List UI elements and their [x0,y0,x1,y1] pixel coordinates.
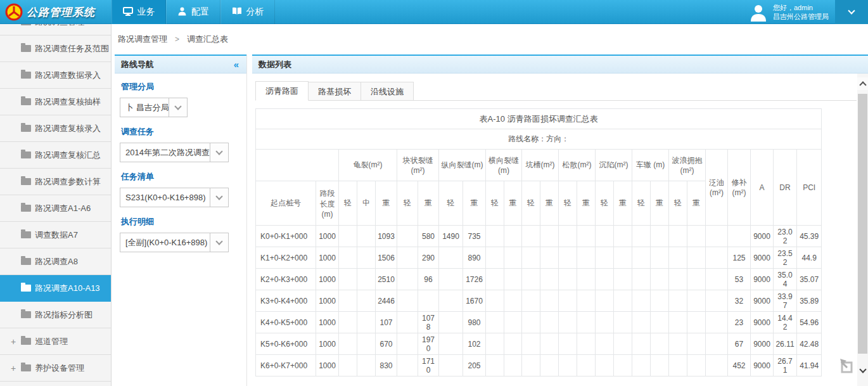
cell [614,247,632,269]
cell: 580 [418,226,439,247]
dropdown-value: S231(K0+0-K16+898) [125,193,205,202]
sidebar-item[interactable]: −路况调查管理 [0,24,111,35]
cell [439,247,463,269]
cell [486,290,504,312]
sidebar-item[interactable]: 路况调查A10-A13 [0,275,111,302]
cell: 107 [376,312,397,333]
cell [486,312,504,333]
sidebar-item[interactable]: +养护设备管理 [0,355,111,382]
chevron-down-icon[interactable] [169,98,187,117]
nav-dropdown[interactable]: [全副](K0+0-K16+898) [120,233,229,252]
sidebar-item-label: 路况调查任务及范围 [35,43,109,55]
sidebar-item[interactable]: 路况调查A8 [0,248,111,275]
top-tab-分析[interactable]: 分析 [220,0,275,24]
cell: 23.52 [774,247,797,269]
cell: 32 [728,290,751,312]
cell [486,333,504,355]
route-navigation-panel: 路线导航 « 管理分局卜 昌吉分局调查任务2014年第二次路况调查任务清单S23… [115,55,247,386]
popout-icon[interactable] [839,357,855,375]
folder-icon [21,258,31,265]
folder-icon [21,72,31,79]
plus-icon[interactable]: + [10,337,17,347]
tab-沿线设施[interactable]: 沿线设施 [361,82,414,101]
sidebar-item[interactable]: 路况调查复核录入 [0,115,111,142]
sub-col-header: 轻 [339,181,357,226]
cell [669,226,687,247]
col-header [256,150,339,181]
chevron-down-icon[interactable] [210,143,228,162]
cell [504,312,522,333]
sidebar-item[interactable]: 路况调查数据录入 [0,62,111,89]
cell [669,269,687,290]
chevron-down-icon[interactable] [210,188,228,207]
scroll-down-icon[interactable] [857,364,868,377]
sidebar-item[interactable]: +巡道管理 [0,328,111,355]
sidebar-item[interactable]: 路况调查A1-A6 [0,195,111,222]
cell [577,312,596,333]
user-info[interactable]: 您好，admin 昌吉州公路管理局 [749,0,829,24]
sidebar-item[interactable]: 路况调查复核抽样 [0,89,111,115]
sidebar-item[interactable]: 路况调查任务及范围 [0,35,111,62]
sidebar-item[interactable]: 路况调查复核汇总 [0,142,111,169]
cell [418,290,439,312]
group-header: 块状裂缝(m²) [397,150,439,181]
nav-dropdown[interactable]: 卜 昌吉分局 [120,98,188,117]
cell: 9000 [751,269,774,290]
topbar-dropdown-button[interactable] [835,0,868,24]
app-logo: 公路管理系统 [0,0,112,24]
nav-dropdown[interactable]: 2014年第二次路况调查 [120,143,229,162]
cell [559,355,577,376]
sidebar-item-label: 路况调查复核汇总 [35,150,101,161]
nav-dropdown[interactable]: S231(K0+0-K16+898) [120,188,229,207]
breadcrumb: 路况调查管理 > 调查汇总表 [112,24,868,55]
scrollbar-thumb[interactable] [858,94,867,354]
collapse-left-icon[interactable]: « [234,56,239,73]
chevron-down-icon[interactable] [210,233,228,252]
sidebar-item[interactable]: 路况指标分析图 [0,302,111,328]
breadcrumb-item[interactable]: 路况调查管理 [118,34,167,45]
cell: 67 [728,333,751,355]
user-greeting: 您好，admin [773,3,829,12]
cell [687,312,706,333]
cell [522,312,540,333]
top-tab-业务[interactable]: 业务 [112,0,166,24]
tab-路基损坏[interactable]: 路基损坏 [308,82,361,101]
cell [614,269,632,290]
folder-icon [21,151,31,158]
tab-沥青路面[interactable]: 沥青路面 [255,81,309,101]
sub-col-header: 轻 [632,181,651,226]
cell [504,247,522,269]
top-tab-配置[interactable]: 配置 [166,0,220,24]
sidebar-item[interactable]: 路况调查参数计算 [0,169,111,195]
top-nav-tabs: 业务配置分析 [112,0,275,24]
cell [577,290,596,312]
cell [540,226,559,247]
cell: K6+0-K7+000 [256,355,316,376]
sub-col-header: 重 [687,181,706,226]
group-header: 坑槽(m²) [522,150,559,181]
cell [669,290,687,312]
sidebar-menu: −路况调查管理路况调查任务及范围路况调查数据录入路况调查复核抽样路况调查复核录入… [0,24,111,382]
minus-icon[interactable]: − [10,24,17,27]
scroll-up-icon[interactable] [857,77,868,90]
cell [577,269,596,290]
cell [596,269,614,290]
cell: 26.11 [774,333,797,355]
vertical-scrollbar[interactable] [857,74,868,386]
cell: 1000 [316,333,339,355]
cell [614,355,632,376]
cell: 125 [728,247,751,269]
sub-col-header: 轻 [669,181,687,226]
summary-table: 表A-10 沥青路面损坏调查汇总表路线名称：方向：龟裂(m²)块状裂缝(m²)纵… [255,108,822,376]
cell: 890 [463,247,486,269]
monitor-icon [123,7,133,18]
cell: 1000 [316,247,339,269]
sidebar-item[interactable]: 调查数据A7 [0,222,111,248]
plus-icon[interactable]: + [10,363,17,373]
folder-icon [21,205,31,212]
sub-col-header: 重 [540,181,559,226]
nav-panel-body: 管理分局卜 昌吉分局调查任务2014年第二次路况调查任务清单S231(K0+0-… [115,74,246,260]
cell [540,247,559,269]
cell [559,290,577,312]
folder-icon [21,231,31,238]
